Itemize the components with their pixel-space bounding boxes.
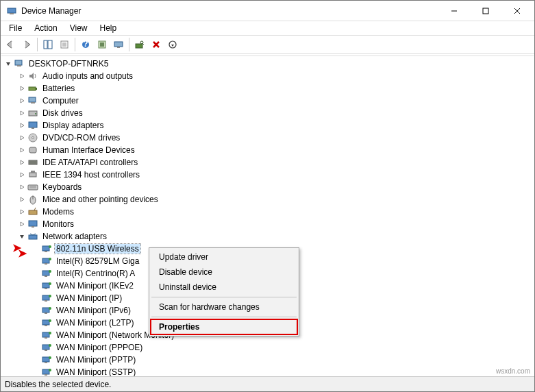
svg-rect-18 <box>136 44 142 48</box>
expand-toggle[interactable] <box>18 183 26 191</box>
expand-toggle[interactable] <box>18 146 26 154</box>
display-button[interactable] <box>110 36 127 53</box>
svg-rect-55 <box>45 251 47 252</box>
network-device-icon <box>41 354 52 365</box>
expand-toggle[interactable] <box>18 171 26 179</box>
expand-toggle[interactable] <box>18 195 26 204</box>
svg-rect-82 <box>45 362 47 363</box>
context-menu-item[interactable]: Disable device <box>151 265 297 280</box>
network-device-icon <box>41 293 52 304</box>
svg-rect-61 <box>45 275 47 277</box>
tree-category[interactable]: Audio inputs and outputs <box>1 70 534 82</box>
menu-view[interactable]: View <box>64 22 93 34</box>
svg-rect-15 <box>100 42 104 47</box>
svg-rect-36 <box>29 147 36 153</box>
tree-category[interactable]: Computer <box>1 95 534 107</box>
device-label: WAN Miniport (L2TP) <box>55 318 136 328</box>
tree-device[interactable]: WAN Miniport (PPTP) <box>1 354 534 366</box>
svg-rect-27 <box>36 88 37 90</box>
expand-toggle[interactable] <box>18 72 26 80</box>
tree-category[interactable]: DVD/CD-ROM drives <box>1 132 534 144</box>
ieee-icon <box>27 169 38 180</box>
tree-category[interactable]: Keyboards <box>1 181 534 193</box>
svg-rect-6 <box>44 40 47 49</box>
hid-icon <box>27 145 38 156</box>
expand-toggle[interactable] <box>4 60 12 68</box>
category-label: IDE ATA/ATAPI controllers <box>41 158 139 167</box>
svg-rect-76 <box>45 337 47 339</box>
keyboard-icon <box>27 182 38 193</box>
category-label: Modems <box>41 207 75 217</box>
context-menu-item[interactable]: Update driver <box>151 249 297 265</box>
minimize-button[interactable] <box>438 1 470 21</box>
category-label: IEEE 1394 host controllers <box>41 170 141 180</box>
svg-rect-67 <box>45 300 47 302</box>
svg-rect-40 <box>29 173 36 177</box>
ide-icon <box>27 157 38 168</box>
tree-category[interactable]: Modems <box>1 206 534 218</box>
svg-rect-85 <box>45 374 47 376</box>
context-menu-item[interactable]: Uninstall device <box>151 280 297 295</box>
tree-root[interactable]: DESKTOP-DFTNRK5 <box>1 58 534 70</box>
enable-button[interactable] <box>164 36 181 53</box>
statusbar: Disables the selected device. <box>1 376 534 391</box>
expand-toggle[interactable] <box>18 158 26 167</box>
context-menu-item[interactable]: Scan for hardware changes <box>151 299 297 315</box>
tree-category[interactable]: Network adapters <box>1 230 534 243</box>
category-label: Monitors <box>41 219 75 229</box>
toolbar-separator <box>129 38 129 51</box>
category-label: Disk drives <box>41 108 84 118</box>
expand-toggle[interactable] <box>18 220 26 228</box>
context-menu-separator <box>151 297 297 297</box>
network-device-icon <box>41 305 52 316</box>
show-hide-tree-button[interactable] <box>40 36 56 53</box>
tree-category[interactable]: Mice and other pointing devices <box>1 193 534 206</box>
expand-toggle[interactable] <box>18 121 26 130</box>
tree-category[interactable]: IEEE 1394 host controllers <box>1 169 534 181</box>
svg-rect-79 <box>45 350 47 351</box>
device-label: 802.11n USB Wireless <box>55 244 140 254</box>
expand-toggle[interactable] <box>18 232 26 241</box>
scan-hardware-button[interactable] <box>132 36 148 53</box>
expand-toggle[interactable] <box>18 208 26 216</box>
category-label: Mice and other pointing devices <box>41 195 160 204</box>
category-label: Human Interface Devices <box>41 145 136 155</box>
tree-category[interactable]: Monitors <box>1 218 534 230</box>
svg-point-56 <box>49 245 51 248</box>
audio-icon <box>27 71 38 82</box>
expand-toggle[interactable] <box>18 134 26 142</box>
help-button[interactable]: ? <box>77 36 94 53</box>
uninstall-button[interactable] <box>148 36 164 53</box>
expand-toggle[interactable] <box>18 84 26 93</box>
titlebar: Device Manager <box>1 1 534 21</box>
tree-category[interactable]: Disk drives <box>1 107 534 119</box>
tree-category[interactable]: Human Interface Devices <box>1 144 534 156</box>
tree-device[interactable]: WAN Miniport (SSTP) <box>1 366 534 376</box>
device-label: Intel(R) Centrino(R) A <box>55 269 136 278</box>
svg-point-68 <box>49 295 51 297</box>
tree-category[interactable]: IDE ATA/ATAPI controllers <box>1 156 534 169</box>
menu-file[interactable]: File <box>3 22 27 34</box>
tree-category[interactable]: Display adapters <box>1 119 534 132</box>
expand-toggle[interactable] <box>18 97 26 105</box>
back-button[interactable] <box>2 36 18 53</box>
menu-action[interactable]: Action <box>29 22 62 34</box>
menu-help[interactable]: Help <box>95 22 123 34</box>
context-menu-item[interactable]: Properties <box>151 319 297 334</box>
modem-icon <box>27 206 38 217</box>
action-button[interactable] <box>94 36 110 53</box>
close-button[interactable] <box>501 1 533 21</box>
forward-button[interactable] <box>18 36 35 53</box>
maximize-button[interactable] <box>470 1 501 21</box>
svg-rect-24 <box>15 60 22 65</box>
disk-icon <box>27 108 38 119</box>
tree-device[interactable]: WAN Miniport (PPPOE) <box>1 341 534 354</box>
svg-rect-66 <box>42 295 49 300</box>
root-label: DESKTOP-DFTNRK5 <box>27 59 110 69</box>
properties-button[interactable] <box>56 36 73 53</box>
expand-toggle[interactable] <box>18 109 26 117</box>
tree-category[interactable]: Batteries <box>1 82 534 95</box>
svg-point-86 <box>49 369 51 371</box>
svg-rect-49 <box>29 221 37 226</box>
svg-point-77 <box>49 332 51 334</box>
